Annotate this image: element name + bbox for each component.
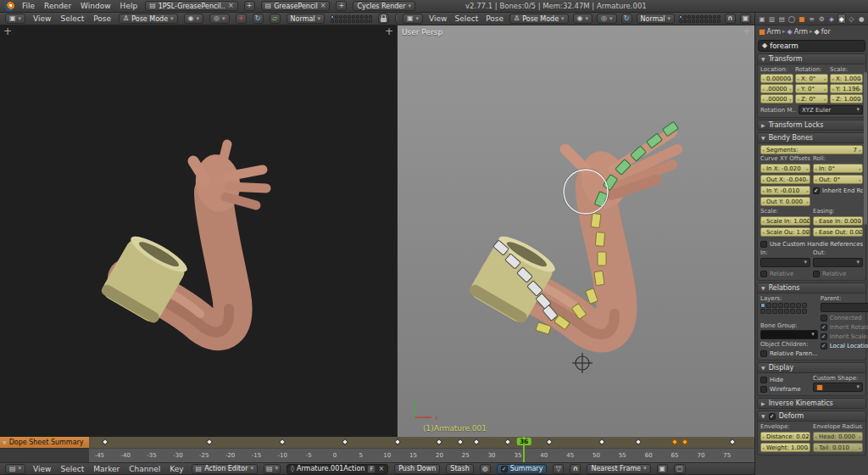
viewport-layers-grid[interactable] <box>679 15 721 23</box>
screen-layout-selector[interactable]: 1PSL-GreasePencil.. <box>145 1 237 11</box>
layer-toggle[interactable] <box>796 309 801 314</box>
parent-select[interactable] <box>821 303 868 312</box>
layer-toggle[interactable] <box>717 20 721 23</box>
scrollbar[interactable] <box>864 72 867 225</box>
keyframe-diamond[interactable] <box>457 439 464 445</box>
push-down-button[interactable]: Push Down <box>394 464 440 474</box>
curve-in-x-field[interactable]: In X: -0.020 <box>760 164 810 173</box>
close-icon[interactable] <box>228 3 234 9</box>
layer-toggle[interactable] <box>348 20 351 23</box>
layer-toggle[interactable] <box>683 20 687 23</box>
curve-out-x-field[interactable]: Out X: -0.040 <box>760 175 810 184</box>
manipulator-translate-toggle[interactable] <box>236 14 247 24</box>
menu-marker[interactable]: Marker <box>92 465 121 473</box>
menu-view[interactable]: View <box>31 465 53 473</box>
location-z-field[interactable]: .00000 <box>760 94 793 103</box>
snap-magnet-toggle[interactable] <box>570 464 581 474</box>
rotation-x-field[interactable]: X: 0° <box>795 74 828 83</box>
layer-toggle[interactable] <box>696 20 699 23</box>
layer-toggle[interactable] <box>796 303 801 308</box>
layer-toggle[interactable] <box>364 20 368 23</box>
manipulator-rotate-toggle[interactable] <box>621 14 632 24</box>
add-layout-button[interactable] <box>244 1 255 11</box>
layer-toggle[interactable] <box>713 15 716 19</box>
dopesheet-mode-select[interactable]: Action Editor <box>192 464 258 474</box>
layer-toggle[interactable] <box>339 20 342 23</box>
pivot-select[interactable] <box>209 14 230 24</box>
layer-toggle[interactable] <box>679 20 682 23</box>
curve-in-y-field[interactable]: In Y: -0.010 <box>760 186 810 195</box>
tab-material-icon[interactable]: ● <box>857 14 865 24</box>
envelope-weight-field[interactable]: Weight: 1.000 <box>760 443 810 452</box>
editor-type-button[interactable] <box>403 14 423 24</box>
scale-in-field[interactable]: Scale In: 1.000 <box>760 216 810 226</box>
layer-toggle[interactable] <box>331 15 334 19</box>
layer-toggle[interactable] <box>760 309 765 314</box>
layer-toggle[interactable] <box>778 303 783 308</box>
ease-in-field[interactable]: Ease In: 0.000 <box>813 216 863 226</box>
tab-constraints-icon[interactable]: ≡ <box>808 14 816 24</box>
viewport-3d-right[interactable]: x y User Persp (1)Armature.001 + <box>398 25 754 437</box>
layer-toggle[interactable] <box>348 15 351 19</box>
menu-pose[interactable]: Pose <box>484 14 505 23</box>
manipulator-scale-toggle[interactable] <box>270 14 281 24</box>
keyframe-diamond[interactable] <box>671 439 678 445</box>
menu-select[interactable]: Select <box>58 14 86 23</box>
keyframe-diamond[interactable] <box>472 439 479 445</box>
render-engine-select[interactable]: Cycles Render <box>353 1 415 11</box>
use-custom-handles-checkbox[interactable]: Use Custom Handle References <box>760 239 863 249</box>
layer-toggle[interactable] <box>704 20 708 23</box>
relative-parenting-checkbox[interactable]: Relative Paren... <box>760 349 818 358</box>
layer-toggle[interactable] <box>709 15 712 19</box>
connected-checkbox[interactable]: Connected <box>821 313 868 322</box>
bone-name-field[interactable]: forearm <box>758 40 865 52</box>
panel-header-relations[interactable]: Relations <box>757 282 866 293</box>
curve-out-y-field[interactable]: Out Y: 0.000 <box>760 197 810 206</box>
envelope-tail-field[interactable]: Tail: 0.010 <box>813 443 863 452</box>
layer-toggle[interactable] <box>692 15 695 19</box>
breadcrumb-bone[interactable]: for <box>821 28 831 36</box>
layer-toggle[interactable] <box>356 20 359 23</box>
browse-action-button[interactable] <box>264 464 281 474</box>
editor-type-button[interactable] <box>5 464 25 474</box>
unlink-icon[interactable] <box>378 466 384 472</box>
layer-toggle[interactable] <box>364 15 368 19</box>
panel-header-display[interactable]: Display <box>757 362 866 373</box>
layer-toggle[interactable] <box>760 303 765 308</box>
layer-toggle[interactable] <box>683 15 687 19</box>
roll-in-field[interactable]: In: 0° <box>813 164 863 173</box>
breadcrumb-data[interactable]: Arm <box>794 28 808 36</box>
scale-z-field[interactable]: Z: 1.000 <box>830 94 863 103</box>
tab-data-icon[interactable]: ◈ <box>827 14 836 24</box>
deform-checkbox[interactable] <box>769 413 776 420</box>
summary-toggle[interactable]: Summary <box>497 464 548 474</box>
fake-user-button[interactable]: F <box>367 465 376 473</box>
layer-toggle[interactable] <box>687 20 691 23</box>
breadcrumb-object[interactable]: Arm <box>767 28 781 36</box>
layer-toggle[interactable] <box>679 15 682 19</box>
menu-file[interactable]: File <box>20 2 36 10</box>
keyframe-diamond[interactable] <box>635 439 642 445</box>
mode-select[interactable]: Pose Mode <box>509 14 569 24</box>
panel-header-transform-locks[interactable]: Transform Locks <box>757 120 866 131</box>
layer-toggle[interactable] <box>790 303 795 308</box>
inherit-end-roll-checkbox[interactable]: Inherit End Roll <box>813 187 863 196</box>
bone-layers-grid[interactable] <box>760 303 818 314</box>
layer-toggle[interactable] <box>772 303 777 308</box>
layer-toggle[interactable] <box>778 309 783 314</box>
menu-select[interactable]: Select <box>58 465 86 473</box>
keyframe-diamond[interactable] <box>729 439 736 445</box>
layer-toggle[interactable] <box>360 15 364 19</box>
rotation-mode-select[interactable]: XYZ Euler <box>798 105 863 115</box>
layer-toggle[interactable] <box>766 303 771 308</box>
layer-toggle[interactable] <box>802 303 807 308</box>
toolshelf-expand-icon[interactable]: + <box>3 26 12 36</box>
tab-modifiers-icon[interactable]: ⚙ <box>817 14 826 24</box>
scale-y-field[interactable]: Y: 1.196 <box>830 84 863 93</box>
layer-toggle[interactable] <box>772 309 777 314</box>
blender-logo-icon[interactable] <box>5 2 14 11</box>
envelope-head-field[interactable]: Head: 0.000 <box>813 432 863 441</box>
layer-toggle[interactable] <box>766 309 771 314</box>
layer-toggle[interactable] <box>709 20 712 23</box>
envelope-distance-field[interactable]: Distance: 0.025 <box>760 432 810 441</box>
